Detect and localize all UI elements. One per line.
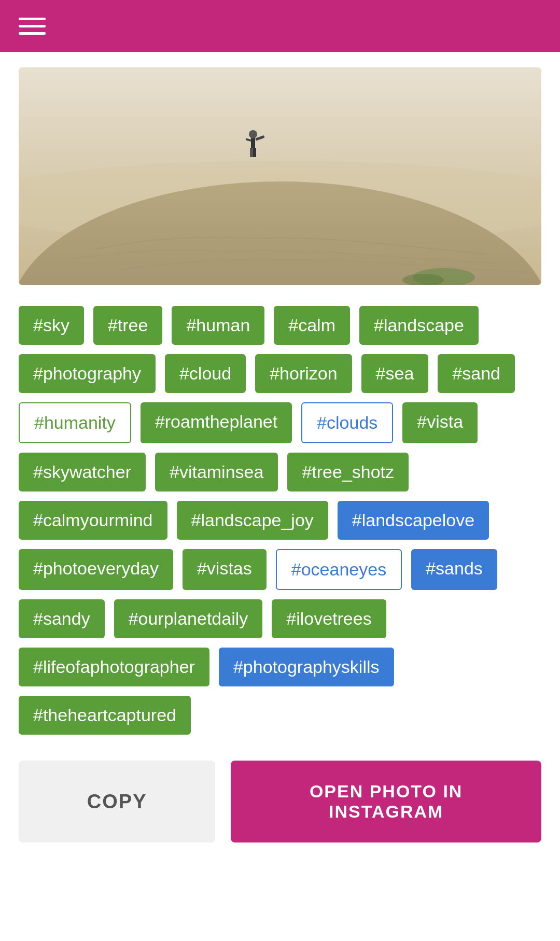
photo-container	[19, 67, 541, 285]
hashtag-tag[interactable]: #sea	[361, 354, 429, 393]
hashtag-tag[interactable]: #vistas	[183, 549, 267, 590]
hashtag-tag[interactable]: #clouds	[301, 402, 393, 443]
hashtag-tag[interactable]: #tree_shotz	[287, 453, 409, 491]
hashtag-tag[interactable]: #vitaminsea	[155, 453, 278, 491]
hashtag-tag[interactable]: #sandy	[19, 599, 105, 638]
hashtag-tag[interactable]: #tree	[93, 306, 163, 345]
hashtag-tag[interactable]: #horizon	[255, 354, 352, 393]
hashtag-tag[interactable]: #landscapelove	[338, 501, 489, 540]
hashtag-tag[interactable]: #lifeofaphotographer	[19, 648, 209, 686]
hashtag-tag[interactable]: #sand	[438, 354, 515, 393]
hashtags-section: #sky#tree#human#calm#landscape#photograp…	[0, 301, 560, 745]
svg-rect-5	[250, 148, 253, 157]
hashtag-tag[interactable]: #roamtheplanet	[141, 402, 292, 443]
hashtag-tag[interactable]: #oceaneyes	[276, 549, 402, 590]
hashtag-tag[interactable]: #sands	[411, 549, 497, 590]
hashtag-tag[interactable]: #photographyskills	[219, 648, 394, 686]
hashtag-tag[interactable]: #photography	[19, 354, 156, 393]
hashtag-tag[interactable]: #humanity	[19, 402, 131, 443]
hashtag-tag[interactable]: #skywatcher	[19, 453, 146, 491]
hashtag-tag[interactable]: #landscape_joy	[177, 501, 328, 540]
hashtag-tag[interactable]: #sky	[19, 306, 84, 345]
hashtag-tag[interactable]: #ourplanetdaily	[114, 599, 263, 638]
open-instagram-button[interactable]: OPEN PHOTO IN INSTAGRAM	[231, 761, 541, 842]
menu-button[interactable]	[19, 18, 46, 35]
hashtag-tag[interactable]: #human	[172, 306, 264, 345]
hashtag-tag[interactable]: #ilovetrees	[272, 599, 386, 638]
copy-button[interactable]: COPY	[19, 761, 215, 842]
hashtag-tag[interactable]: #landscape	[359, 306, 479, 345]
hashtag-tag[interactable]: #cloud	[165, 354, 246, 393]
bottom-buttons: COPY OPEN PHOTO IN INSTAGRAM	[19, 761, 541, 842]
svg-rect-3	[251, 137, 255, 149]
hashtag-tag[interactable]: #theheartcaptured	[19, 696, 191, 735]
hashtag-tag[interactable]: #calmyourmind	[19, 501, 167, 540]
hashtag-tag[interactable]: #photoeveryday	[19, 549, 173, 590]
svg-point-4	[249, 130, 257, 138]
photo-image	[19, 67, 541, 285]
hashtag-tag[interactable]: #calm	[274, 306, 350, 345]
app-header	[0, 0, 560, 52]
svg-rect-6	[253, 148, 256, 157]
hashtag-tag[interactable]: #vista	[402, 402, 478, 443]
